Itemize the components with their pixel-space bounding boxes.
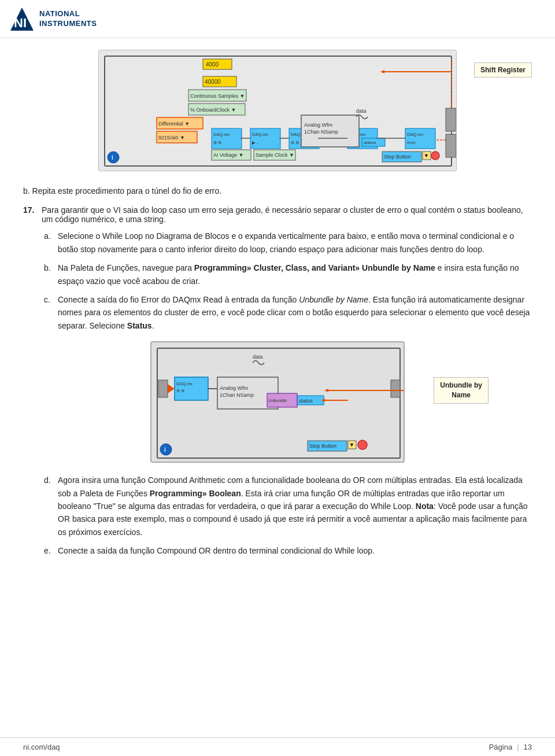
second-diagram-wrapper: data DAQ.mx ⚙ ⚙ Analog Wfm 1Chan NSamp [23,341,532,464]
ni-logo-icon: NI [9,6,35,32]
svg-text:Analog Wfm: Analog Wfm [304,122,332,128]
page-number: 13 [524,743,532,751]
sub-item-c-text: Conecte a saída do fio Error do DAQmx Re… [58,293,532,332]
svg-text:⚙ ⚙: ⚙ ⚙ [176,389,184,393]
svg-text:Stop Button: Stop Button [384,154,411,160]
header: NI NATIONAL INSTRUMENTS [0,0,555,38]
svg-text:▼: ▼ [424,153,429,158]
svg-text:i: i [112,154,113,161]
svg-text:⚙ ⚙: ⚙ ⚙ [213,141,221,145]
svg-text:% OnboardClock ▼: % OnboardClock ▼ [190,107,236,113]
page-number-container: Página | 13 [489,743,532,751]
svg-text:DAQ.mx: DAQ.mx [252,132,269,137]
top-diagram-svg: 4000 40000 Continuous Samples ▼ % Onboar… [98,50,457,171]
svg-text:data: data [253,354,263,360]
logo-line2: INSTRUMENTS [39,19,97,29]
sub-item-d-text: Agora insira uma função Compound Arithme… [58,474,532,539]
logo-text: NATIONAL INSTRUMENTS [39,9,97,29]
second-diagram-svg: data DAQ.mx ⚙ ⚙ Analog Wfm 1Chan NSamp [150,341,405,463]
svg-text:Analog Wfm: Analog Wfm [220,385,248,391]
shift-register-arrow [451,66,462,78]
item-17: 17. Para garantir que o VI saia do loop … [23,205,532,224]
svg-text:status: status [364,140,376,145]
svg-rect-59 [158,380,168,397]
top-diagram-container: 4000 40000 Continuous Samples ▼ % Onboar… [23,50,532,173]
sub-item-b-letter: b. [44,261,54,287]
svg-text:▼: ▼ [349,442,354,448]
svg-text:DAQ.mx: DAQ.mx [213,132,230,137]
svg-rect-48 [446,134,456,157]
svg-text:status: status [299,398,313,404]
sub-item-d-letter: d. [44,474,54,539]
svg-text:▶ ...: ▶ ... [252,141,260,145]
svg-point-44 [431,152,439,160]
svg-rect-47 [446,108,456,131]
svg-text:i: i [164,447,166,453]
svg-text:Continuous Samples ▼: Continuous Samples ▼ [190,93,245,99]
unbundle-callout: Unbundle byName [434,377,489,404]
sub-list: a. Selecione o While Loop no Diagrama de… [23,230,532,332]
svg-text:Stop Button: Stop Button [309,443,336,449]
svg-text:Sample Clock ▼: Sample Clock ▼ [256,152,294,158]
unbundle-arrow [404,388,409,393]
svg-text:Differential ▼: Differential ▼ [158,121,190,127]
svg-text:⚙ ⚙: ⚙ ⚙ [291,141,299,145]
svg-text:40000: 40000 [205,79,221,85]
step-b-note: b. Repita este procedimento para o túnel… [23,185,532,197]
svg-rect-85 [391,380,400,397]
svg-text:Unbundle: Unbundle [268,398,287,403]
second-diagram-container: data DAQ.mx ⚙ ⚙ Analog Wfm 1Chan NSamp [150,341,405,464]
logo-container: NI NATIONAL INSTRUMENTS [9,6,97,32]
item-17-text: Para garantir que o VI saia do loop caso… [42,205,532,224]
sub-item-e-text: Conecte a saída da função Compound OR de… [58,544,375,557]
svg-text:DAQ.mx: DAQ.mx [176,381,193,386]
sub-item-d: d. Agora insira uma função Compound Arit… [44,474,532,539]
footer: ni.com/daq Página | 13 [0,737,555,756]
sub-item-e-letter: e. [44,544,54,557]
svg-text:DAQ.mx: DAQ.mx [407,132,424,137]
sub-item-b: b. Na Paleta de Funções, navegue para Pr… [44,261,532,287]
sub-item-a-letter: a. [44,230,54,256]
svg-text:1Chan NSamp: 1Chan NSamp [304,129,338,135]
svg-text:error: error [407,141,416,145]
sub-item-b-text: Na Paleta de Funções, navegue para Progr… [58,261,532,287]
svg-text:4000: 4000 [206,61,219,68]
svg-point-82 [160,444,172,455]
svg-text:9215/ai0 ▼: 9215/ai0 ▼ [158,135,185,141]
sub-item-a-text: Selecione o While Loop no Diagrama de Bl… [58,230,532,256]
shift-register-callout: Shift Register [474,62,532,78]
sub-item-a: a. Selecione o While Loop no Diagrama de… [44,230,532,256]
footer-website: ni.com/daq [23,743,60,751]
item-17-number: 17. [23,205,38,224]
svg-text:NI: NI [14,16,27,30]
sub-item-c: c. Conecte a saída do fio Error do DAQmx… [44,293,532,332]
page-label: Página [489,743,512,751]
sub-item-c-letter: c. [44,293,54,332]
logo-line1: NATIONAL [39,9,97,19]
page-divider: | [517,743,519,751]
svg-point-81 [358,440,367,449]
sub-item-e: e. Conecte a saída da função Compound OR… [44,544,532,557]
svg-text:1Chan NSamp: 1Chan NSamp [220,392,254,398]
top-diagram-wrapper: 4000 40000 Continuous Samples ▼ % Onboar… [98,50,457,173]
svg-text:AI Voltage ▼: AI Voltage ▼ [213,152,243,158]
svg-point-49 [108,152,119,163]
svg-text:data: data [356,108,367,114]
main-content: 4000 40000 Continuous Samples ▼ % Onboar… [0,38,555,574]
sub-list-continued: d. Agora insira uma função Compound Arit… [23,474,532,557]
